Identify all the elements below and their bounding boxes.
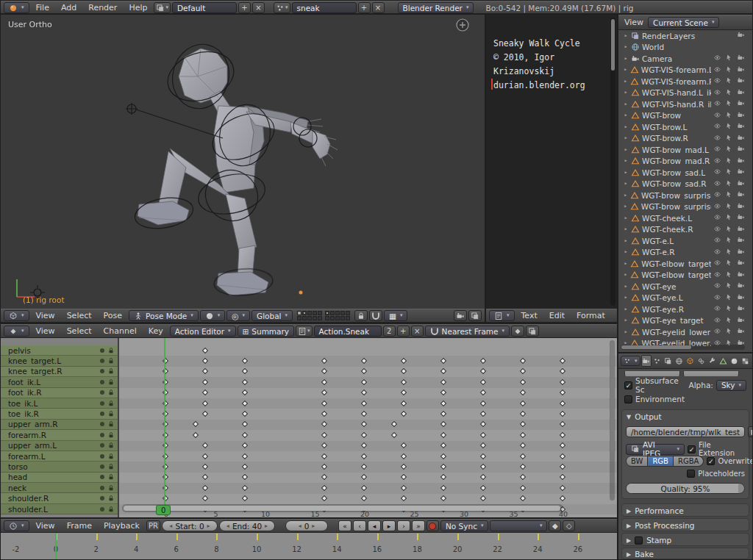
renderable-toggle-icon[interactable] [737, 327, 745, 337]
channel-row[interactable]: upper_arm.R [1, 420, 118, 430]
tab-world[interactable] [674, 355, 685, 367]
channel-mute-dot[interactable] [100, 464, 104, 469]
hide-toggle-icon[interactable] [713, 157, 721, 166]
layer-cell[interactable] [302, 316, 307, 320]
outliner-h-scrollbar[interactable] [621, 345, 745, 350]
renderable-toggle-icon[interactable] [737, 54, 745, 63]
renderable-toggle-icon[interactable] [737, 270, 745, 280]
selectable-toggle-icon[interactable] [725, 270, 733, 280]
render-engine-select[interactable]: Blender Render▾ [398, 2, 474, 13]
prev-keyframe-button[interactable]: ‹ [353, 520, 366, 531]
channel-mute-dot[interactable] [100, 422, 104, 426]
disclosure-icon[interactable]: ‣ [623, 157, 629, 165]
selectable-toggle-icon[interactable] [725, 134, 733, 143]
editor-type-button[interactable]: ▾ [621, 356, 640, 366]
lock-icon[interactable] [107, 389, 115, 396]
play-reverse-button[interactable]: ◂ [368, 520, 381, 531]
menu-pose[interactable]: Pose [99, 310, 127, 321]
renderable-toggle-icon[interactable] [737, 213, 745, 223]
selectable-toggle-icon[interactable] [725, 145, 733, 154]
disclosure-icon[interactable]: ‣ [623, 112, 629, 119]
rgba-button[interactable]: RGBA [674, 456, 704, 467]
renderable-toggle-icon[interactable] [737, 134, 745, 143]
keying-set-select[interactable]: ▾ [490, 520, 547, 531]
disclosure-icon[interactable]: ‣ [623, 146, 629, 154]
keyframe-region[interactable] [119, 338, 617, 517]
output-panel-header[interactable]: ▼ Output [622, 410, 749, 423]
next-keyframe-button[interactable]: › [397, 520, 410, 531]
renderable-toggle-icon[interactable] [737, 190, 745, 200]
layer-cell[interactable] [313, 311, 317, 315]
channel-row[interactable]: knee_target.R [1, 367, 118, 377]
scene-browse-button[interactable]: ▾ [274, 2, 290, 13]
channel-row[interactable]: pelvis [1, 345, 118, 356]
renderable-toggle-icon[interactable] [737, 31, 745, 40]
text-editor-content[interactable]: Sneaky Walk Cycle© 2010, Igor Krizanovsk… [493, 37, 608, 93]
renderable-toggle-icon[interactable] [737, 225, 745, 234]
disclosure-icon[interactable]: ‣ [623, 260, 628, 268]
layer-cell[interactable] [330, 311, 335, 315]
disclosure-icon[interactable]: ‣ [623, 237, 629, 245]
outliner-item[interactable]: ‣WGT-elbow_target.R [618, 270, 746, 281]
tab-object-data[interactable] [718, 355, 729, 367]
outliner-item[interactable]: ‣WGT-eyelid_lower [618, 326, 746, 338]
pr-toggle-button[interactable]: PR [146, 520, 160, 531]
selectable-toggle-icon[interactable] [725, 225, 733, 234]
disclosure-icon[interactable]: ‣ [623, 134, 629, 142]
disclosure-icon[interactable]: ‣ [623, 89, 629, 96]
shading-select[interactable]: ▾ [200, 310, 226, 321]
text-editor[interactable]: Sneaky Walk Cycle© 2010, Igor Krizanovsk… [485, 14, 618, 323]
hide-toggle-icon[interactable] [713, 134, 721, 143]
menu-file[interactable]: File [31, 2, 54, 13]
selectable-toggle-icon[interactable] [725, 327, 733, 337]
outliner-item[interactable]: ‣WGT-brow_sad.L [618, 167, 746, 179]
tab-render-layers[interactable] [663, 355, 674, 367]
hide-toggle-icon[interactable] [713, 99, 721, 109]
menu-view[interactable]: View [621, 17, 646, 28]
properties-editor[interactable]: ▾ ✓ Subsurface Sc Alpha: Sky▾ Environmen… [618, 353, 753, 560]
sync-select[interactable]: No Sync▾ [440, 520, 488, 531]
hide-toggle-icon[interactable] [713, 316, 721, 326]
file-extension-checkbox[interactable]: ✓ [688, 445, 696, 453]
current-frame-field[interactable]: ◂0▸ [285, 520, 328, 531]
layer-cell[interactable] [318, 311, 322, 315]
layer-cell[interactable] [307, 316, 312, 320]
renderable-toggle-icon[interactable] [737, 157, 745, 166]
renderable-toggle-icon[interactable] [737, 145, 745, 154]
scene-add-button[interactable]: + [358, 2, 371, 13]
channel-mute-dot[interactable] [100, 380, 104, 384]
disclosure-icon[interactable]: ‣ [623, 203, 628, 210]
channel-mute-dot[interactable] [100, 390, 104, 395]
scene-name-field[interactable]: sneak [292, 2, 357, 13]
start-frame-field[interactable]: ◂Start: 0▸ [162, 520, 218, 531]
hide-toggle-icon[interactable] [713, 293, 721, 303]
outliner-item[interactable]: ‣WGT-cheek.R [618, 224, 746, 236]
editor-mode-select[interactable]: Action Editor▾ [170, 326, 236, 337]
layer-cell[interactable] [346, 311, 350, 315]
selectable-toggle-icon[interactable] [725, 122, 733, 132]
menu-text[interactable]: Text [516, 310, 543, 321]
snap-element-select[interactable]: ▦▾ [384, 310, 407, 321]
disclosure-icon[interactable]: ‣ [623, 192, 628, 199]
channel-row[interactable]: knee_target.L [1, 356, 118, 366]
layer-cell[interactable] [297, 311, 301, 315]
selectable-toggle-icon[interactable] [725, 281, 733, 291]
lock-icon[interactable] [107, 357, 115, 365]
lock-icon[interactable] [107, 431, 115, 439]
layer-cell[interactable] [340, 316, 345, 320]
renderable-toggle-icon[interactable] [737, 236, 745, 245]
current-frame-line[interactable] [164, 338, 165, 513]
menu-render[interactable]: Render [83, 2, 122, 13]
hide-toggle-icon[interactable] [713, 248, 721, 257]
menu-playback[interactable]: Playback [99, 520, 145, 531]
menu-format[interactable]: Format [571, 310, 610, 321]
editor-type-button[interactable]: ▾ [4, 310, 29, 321]
renderable-toggle-icon[interactable] [737, 65, 745, 75]
output-path-field[interactable]: /home/blender/tmp/wlk_test [626, 426, 745, 437]
pivot-select[interactable]: ◎▾ [226, 310, 250, 321]
disclosure-icon[interactable]: ‣ [623, 306, 629, 313]
channel-mute-dot[interactable] [100, 369, 104, 373]
layer-buttons[interactable] [297, 311, 350, 320]
renderable-toggle-icon[interactable] [737, 248, 745, 257]
outliner-item[interactable]: ‣WGT-brow.R [618, 133, 746, 145]
